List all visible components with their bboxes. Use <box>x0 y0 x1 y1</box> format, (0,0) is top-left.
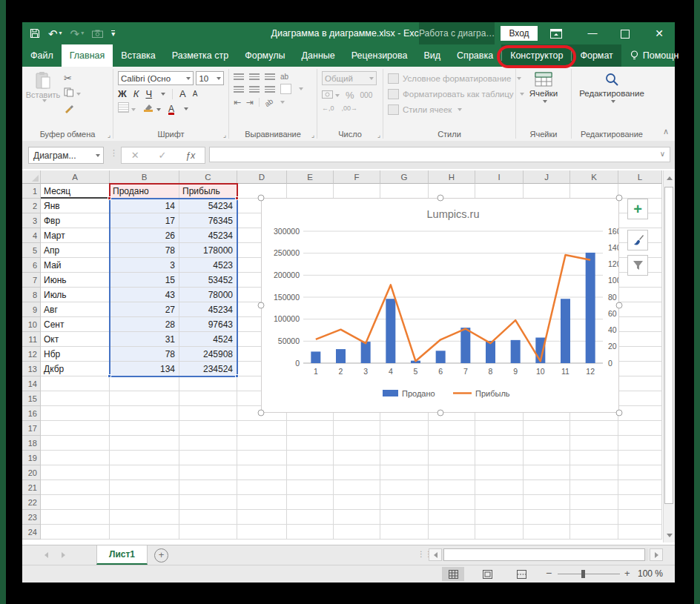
row-header-10[interactable]: 10 <box>22 317 41 332</box>
number-format-combo[interactable]: Общий <box>322 71 377 85</box>
expand-formula-bar-icon[interactable]: ∨ <box>660 150 665 158</box>
cell-A7[interactable]: Июнь <box>41 273 110 288</box>
row-header-13[interactable]: 13 <box>22 362 41 376</box>
column-header-B[interactable]: B <box>110 170 179 184</box>
scroll-up-icon[interactable] <box>664 172 674 184</box>
cell-C12[interactable]: 245908 <box>179 347 237 362</box>
format-painter-icon[interactable] <box>64 103 81 116</box>
row-header-7[interactable]: 7 <box>22 273 41 288</box>
clipboard-dialog-launcher[interactable]: ⌟ <box>108 131 110 139</box>
sign-in-button[interactable]: Вход <box>501 26 538 41</box>
page-layout-view-button[interactable] <box>476 567 498 581</box>
chart-resize-handle[interactable] <box>437 410 443 417</box>
cell-B3[interactable]: 17 <box>110 213 179 228</box>
chart-resize-handle[interactable] <box>258 302 265 309</box>
data-range-handle-left[interactable] <box>108 374 111 378</box>
cell-B13[interactable]: 134 <box>110 362 179 376</box>
cells-button[interactable]: Ячейки <box>516 67 571 103</box>
chart-resize-handle[interactable] <box>258 195 265 202</box>
font-size-combo[interactable]: 10 <box>196 71 224 85</box>
decrease-indent-icon[interactable]: ⇤ <box>234 97 241 107</box>
row-header-3[interactable]: 3 <box>22 213 41 228</box>
new-sheet-button[interactable]: + <box>154 548 168 562</box>
row-header-19[interactable]: 19 <box>22 451 41 465</box>
hscroll-right-icon[interactable] <box>650 548 663 561</box>
tab-главная[interactable]: Главная <box>62 44 113 67</box>
font-name-combo[interactable]: Calibri (Осно <box>118 71 194 85</box>
collapse-ribbon-icon[interactable]: ∧ <box>663 127 669 136</box>
column-header-A[interactable]: A <box>41 170 110 184</box>
vertical-scroll-thumb[interactable] <box>664 187 673 504</box>
row-header-9[interactable]: 9 <box>22 302 41 317</box>
italic-button[interactable]: К <box>133 88 139 99</box>
chart-filters-button[interactable] <box>627 255 648 276</box>
align-middle-icon[interactable] <box>249 73 260 80</box>
borders-button[interactable] <box>118 102 136 116</box>
tab-конструктор[interactable]: Конструктор <box>502 44 571 67</box>
column-header-C[interactable]: C <box>179 170 237 184</box>
row-header-17[interactable]: 17 <box>22 421 41 436</box>
tab-справка[interactable]: Справка <box>449 44 501 67</box>
select-all-corner[interactable] <box>22 170 41 184</box>
cell-A12[interactable]: Нбр <box>41 347 110 362</box>
tab-файл[interactable]: Файл <box>22 44 62 67</box>
scroll-down-icon[interactable] <box>664 529 674 541</box>
column-header-K[interactable]: K <box>570 170 618 184</box>
increase-decimal-icon[interactable]: ←,0 <box>322 104 334 112</box>
cell-C11[interactable]: 4524 <box>179 332 237 347</box>
cell-A1[interactable]: Месяц <box>41 184 110 199</box>
row-header-5[interactable]: 5 <box>22 243 41 258</box>
normal-view-button[interactable] <box>442 567 464 581</box>
row-header-11[interactable]: 11 <box>22 332 41 347</box>
header-range-handle-left[interactable] <box>108 196 111 200</box>
customize-qat-icon[interactable]: ▾ <box>111 30 115 36</box>
cell-B7[interactable]: 15 <box>110 273 179 288</box>
zoom-slider-thumb[interactable] <box>581 570 585 578</box>
row-header-14[interactable]: 14 <box>22 376 41 391</box>
shrink-font-button[interactable]: А <box>193 90 198 98</box>
copy-icon[interactable] <box>64 87 81 100</box>
bold-button[interactable]: Ж <box>118 88 127 99</box>
merge-center-icon[interactable] <box>280 84 291 94</box>
cell-C3[interactable]: 76345 <box>179 213 237 228</box>
chart-object[interactable]: 0500001000001500002000002500003000000204… <box>261 198 619 413</box>
wrap-text-icon[interactable]: ab <box>280 73 288 81</box>
conditional-formatting-button[interactable]: Условное форматирование <box>383 70 515 86</box>
name-box[interactable]: Диаграм... <box>28 147 104 164</box>
cell-A13[interactable]: Дкбр <box>41 362 110 376</box>
column-header-I[interactable]: I <box>475 170 524 184</box>
column-header-F[interactable]: F <box>334 170 380 184</box>
help-tab[interactable]: Помощн <box>621 44 688 67</box>
chart-styles-button[interactable] <box>627 230 648 250</box>
hscroll-left-icon[interactable] <box>429 548 442 561</box>
cut-icon[interactable]: ✂ <box>64 73 81 84</box>
camera-icon[interactable] <box>92 30 103 38</box>
cancel-icon[interactable]: ✕ <box>131 150 139 161</box>
column-header-D[interactable]: D <box>237 170 287 184</box>
chart-resize-handle[interactable] <box>437 195 443 202</box>
cell-B11[interactable]: 31 <box>110 332 179 347</box>
close-button[interactable]: ✕ <box>647 22 672 44</box>
cell-C6[interactable]: 4523 <box>179 258 237 273</box>
row-header-20[interactable]: 20 <box>22 465 41 480</box>
cell-A11[interactable]: Окт <box>41 332 110 347</box>
chart-resize-handle[interactable] <box>616 302 623 309</box>
row-header-21[interactable]: 21 <box>22 480 41 495</box>
page-break-view-button[interactable] <box>510 567 532 581</box>
align-center-icon[interactable] <box>249 86 260 93</box>
zoom-level[interactable]: 100 % <box>638 568 663 579</box>
comma-style-icon[interactable]: 000 <box>360 91 373 99</box>
tab-формат[interactable]: Формат <box>572 44 621 67</box>
row-header-4[interactable]: 4 <box>22 228 41 243</box>
cell-A10[interactable]: Сент <box>41 317 110 332</box>
ribbon-display-options-icon[interactable] <box>550 28 562 42</box>
row-header-22[interactable]: 22 <box>22 495 41 510</box>
data-range-handle-right[interactable] <box>235 374 239 378</box>
zoom-slider[interactable] <box>558 574 620 574</box>
cell-A2[interactable]: Янв <box>41 199 110 213</box>
cell-C9[interactable]: 45234 <box>179 302 237 317</box>
increase-indent-icon[interactable]: ⇥ <box>246 97 254 107</box>
header-range-handle-right[interactable] <box>235 196 239 200</box>
vertical-scrollbar[interactable] <box>663 170 675 542</box>
tab-данные[interactable]: Данные <box>294 44 343 67</box>
